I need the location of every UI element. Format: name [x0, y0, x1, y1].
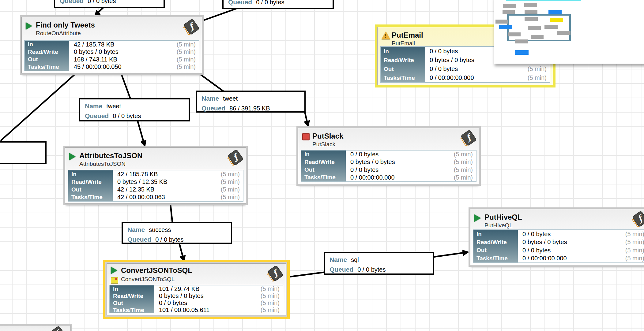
processor-type: AttributesToJSON [79, 161, 126, 167]
minimap-node-gray [528, 26, 541, 30]
stats-row: Tasks/Time0 / 00:00:00.000(5 min) [301, 174, 476, 181]
stats-row: Tasks/Time0 / 00:00:00.000(5 min) [473, 255, 644, 263]
stopped-status-icon [302, 133, 310, 140]
minimap-node-gray [557, 31, 571, 35]
stats-row: Out0 / 0 bytes(5 min) [381, 65, 550, 73]
processor-chip-icon: ƒ [50, 326, 66, 331]
connection-label-success[interactable]: Namesuccess Queued0 / 0 bytes [122, 222, 232, 244]
connection-label-tweet-86[interactable]: Nametweet Queued86 / 391.95 KB [196, 91, 306, 113]
queued-value: 0 / 0 bytes [88, 0, 116, 4]
processor-name: PutEmail [392, 31, 423, 39]
name-value: tweet [223, 95, 238, 102]
stats-row: Read/Write0 bytes / 0 bytes(5 min) [110, 292, 283, 299]
queued-value: 0 / 0 bytes [113, 113, 141, 119]
minimap-node-blue [499, 25, 512, 29]
connection-label-sql[interactable]: Namesql Queued0 / 0 bytes [324, 252, 434, 275]
processor-partial[interactable]: ƒ [0, 325, 70, 331]
minimap-node-gray [525, 17, 538, 21]
minimap[interactable] [494, 0, 644, 64]
stats-row: Read/Write0 bytes / 12.35 KB(5 min) [68, 178, 243, 186]
stats-row: Read/Write0 bytes / 0 bytes(5 min) [25, 48, 199, 56]
stats-row: In0 / 0 bytes(5 min) [473, 230, 644, 238]
name-value: tweet [106, 103, 121, 110]
minimap-node-gray [524, 3, 537, 7]
stats-row: Out0 / 0 bytes(5 min) [473, 246, 644, 255]
connection-label-empty[interactable] [0, 141, 47, 164]
stats-table: In0 / 0 bytes(5 min) Read/Write0 bytes /… [301, 150, 476, 182]
stats-row: Out42 / 12.35 KB(5 min) [68, 186, 243, 193]
stats-row: In0 / 0 bytes(5 min) [301, 151, 476, 158]
connection-label-tweet[interactable]: Nametweet Queued0 / 0 bytes [79, 98, 190, 121]
processor-convert-json-to-sql[interactable]: ConvertJSONToSQL ConvertJSONToSQL ƒ In10… [107, 263, 286, 315]
queued-value: 86 / 391.95 KB [229, 105, 270, 112]
processor-chip-icon: ƒ [461, 130, 476, 147]
stats-row: Tasks/Time0 / 00:00:00.000(5 min) [381, 73, 550, 82]
stats-row: Out168 / 743.11 KB(5 min) [25, 56, 199, 63]
stats-row: Tasks/Time101 / 00:00:05.611(5 min) [110, 307, 283, 314]
minimap-node-gray [525, 10, 537, 14]
stats-row: Tasks/Time45 / 00:00:00.050(5 min) [25, 63, 199, 71]
processor-name: ConvertJSONToSQL [121, 266, 192, 275]
stats-row: In42 / 185.78 KB(5 min) [25, 41, 199, 48]
running-status-icon [474, 214, 481, 222]
minimap-node-blue [515, 50, 529, 55]
minimap-node-gray [495, 20, 508, 24]
processor-name: Find only Tweets [36, 21, 95, 29]
processor-chip-icon: ƒ [632, 211, 644, 228]
name-value: success [149, 226, 171, 233]
stats-table: In42 / 185.78 KB(5 min) Read/Write0 byte… [24, 40, 199, 71]
minimap-node-gray [508, 32, 521, 36]
minimap-highlight-bar [506, 0, 581, 1]
processor-type: PutEmail [392, 40, 415, 47]
minimap-node-yellow [550, 18, 563, 22]
warning-icon [382, 32, 390, 39]
processor-attributes-to-json[interactable]: AttributesToJSON AttributesToJSON ƒ In42… [65, 147, 246, 204]
running-status-icon [26, 22, 32, 30]
stats-table: In0 / 0 bytes(5 min) Read/Write0 bytes /… [473, 229, 644, 263]
comment-note-icon [111, 277, 118, 284]
stats-row: In101 / 29.74 KB(5 min) [110, 285, 283, 292]
running-status-icon [111, 267, 117, 274]
processor-put-hiveql[interactable]: PutHiveQL PutHiveQL ƒ In0 / 0 bytes(5 mi… [470, 209, 644, 265]
running-status-icon [69, 153, 76, 160]
minimap-node-gray [515, 39, 528, 43]
stats-row: Read/Write0 bytes / 0 bytes(5 min) [301, 158, 476, 166]
processor-type: ConvertJSONToSQL [121, 276, 175, 283]
processor-put-slack[interactable]: PutSlack PutSlack ƒ In0 / 0 bytes(5 min)… [298, 128, 479, 184]
stats-row: Out0 / 0 bytes(5 min) [301, 166, 476, 174]
processor-name: PutHiveQL [484, 213, 522, 221]
minimap-node-gray [503, 10, 515, 14]
stats-row: Tasks/Time42 / 00:00:00.063(5 min) [68, 193, 243, 201]
stats-row: In42 / 185.78 KB(5 min) [68, 170, 243, 178]
connection-label-queued-top-left[interactable]: Queued0 / 0 bytes [54, 0, 165, 8]
minimap-node-gray [544, 25, 558, 29]
queued-value: 0 / 0 bytes [256, 0, 284, 6]
connection-label-queued-top-mid[interactable]: Queued0 / 0 bytes [222, 0, 334, 9]
stats-table: In42 / 185.78 KB(5 min) Read/Write0 byte… [68, 170, 243, 202]
queued-value: 0 / 0 bytes [155, 236, 183, 243]
minimap-node-blue [548, 10, 562, 14]
processor-type: PutSlack [312, 141, 335, 148]
flow-canvas[interactable]: Find only Tweets RouteOnAttribute ƒ In42… [0, 0, 644, 331]
minimap-node-gray [531, 35, 544, 39]
processor-name: PutSlack [312, 132, 343, 140]
processor-chip-icon: ƒ [183, 19, 199, 36]
stats-row: Out0 / 0 bytes(5 min) [110, 299, 283, 307]
queued-value: 0 / 0 bytes [357, 266, 386, 273]
minimap-node-gray [503, 4, 516, 8]
stats-row: Read/Write0 bytes / 0 bytes(5 min) [473, 238, 644, 247]
stats-table: In101 / 29.74 KB(5 min) Read/Write0 byte… [109, 285, 283, 313]
name-value: sql [351, 256, 359, 263]
processor-name: AttributesToJSON [79, 151, 142, 160]
processor-chip-icon: ƒ [267, 266, 283, 283]
processor-type: RouteOnAttribute [36, 30, 81, 37]
processor-type: PutHiveQL [484, 222, 513, 229]
processor-chip-icon: ƒ [228, 150, 243, 167]
processor-find-only-tweets[interactable]: Find only Tweets RouteOnAttribute ƒ In42… [21, 17, 202, 73]
